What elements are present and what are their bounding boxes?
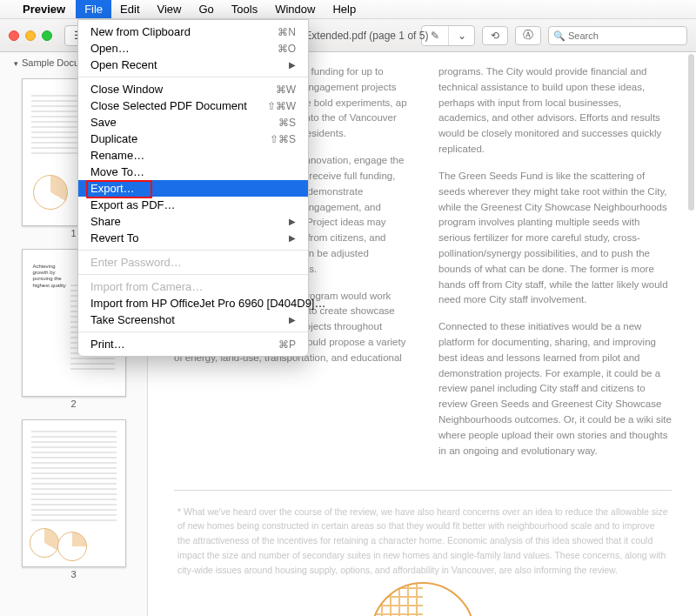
menu-item-new-from-clipboard[interactable]: New from Clipboard⌘N bbox=[78, 23, 308, 40]
menu-view[interactable]: View bbox=[149, 0, 191, 18]
menu-item-move-to[interactable]: Move To… bbox=[78, 164, 308, 180]
menu-item-label: Import from HP OfficeJet Pro 6960 [D404D… bbox=[90, 297, 325, 310]
menu-item-shortcut: ⇧⌘S bbox=[270, 133, 296, 145]
scrollbar-thumb[interactable] bbox=[688, 54, 694, 211]
search-icon: 🔍 bbox=[553, 30, 566, 41]
markup-menu-button[interactable]: ⌄ bbox=[448, 26, 474, 45]
menu-item-shortcut: ⌘O bbox=[278, 43, 296, 55]
menu-item-import-from-camera: Import from Camera… bbox=[78, 278, 308, 295]
menu-item-shortcut: ⌘W bbox=[276, 84, 296, 96]
menu-item-label: Open… bbox=[90, 42, 130, 55]
menu-item-label: Export… bbox=[90, 182, 135, 195]
menu-item-label: New from Clipboard bbox=[90, 25, 191, 38]
menu-item-print[interactable]: Print…⌘P bbox=[78, 336, 308, 352]
menu-item-take-screenshot[interactable]: Take Screenshot▶ bbox=[78, 311, 308, 328]
menu-item-label: Move To… bbox=[90, 165, 144, 178]
menu-item-open[interactable]: Open…⌘O bbox=[78, 40, 308, 57]
rotate-button[interactable]: ⟲ bbox=[482, 26, 508, 45]
menu-item-label: Duplicate bbox=[90, 132, 137, 145]
menu-item-label: Open Recent bbox=[90, 58, 157, 71]
menu-separator bbox=[78, 77, 308, 77]
thumb-title: Achieving growth by pursuing the highest… bbox=[33, 264, 70, 289]
pie-chart-icon bbox=[57, 532, 87, 561]
menu-separator bbox=[78, 331, 308, 332]
menu-item-label: Close Selected PDF Document bbox=[90, 99, 247, 112]
menu-item-rename[interactable]: Rename… bbox=[78, 147, 308, 164]
menu-item-shortcut: ⌘N bbox=[278, 26, 296, 38]
menu-item-export-as-pdf[interactable]: Export as PDF… bbox=[78, 197, 308, 213]
menu-go[interactable]: Go bbox=[190, 0, 222, 18]
menu-tools[interactable]: Tools bbox=[223, 0, 266, 18]
menu-item-import-from-hp-officejet-pro-6960-d404d9[interactable]: Import from HP OfficeJet Pro 6960 [D404D… bbox=[78, 295, 308, 311]
page-number-label: 2 bbox=[0, 398, 147, 409]
menu-item-shortcut: ⌘P bbox=[278, 338, 296, 351]
menu-item-enter-password: Enter Password… bbox=[78, 254, 308, 271]
pie-chart-icon bbox=[33, 175, 68, 210]
menu-item-label: Take Screenshot bbox=[90, 313, 175, 326]
menu-item-label: Save bbox=[90, 116, 117, 129]
close-window-button[interactable] bbox=[9, 30, 19, 41]
menu-bar: Preview File Edit View Go Tools Window H… bbox=[0, 0, 696, 19]
menu-item-label: Enter Password… bbox=[90, 256, 182, 269]
page-thumbnail-3[interactable] bbox=[22, 419, 126, 567]
menu-item-open-recent[interactable]: Open Recent▶ bbox=[78, 57, 308, 73]
submenu-arrow-icon: ▶ bbox=[289, 233, 296, 243]
menu-item-label: Revert To bbox=[90, 231, 138, 244]
annotate-button[interactable]: Ⓐ bbox=[515, 26, 541, 45]
minimize-window-button[interactable] bbox=[25, 30, 36, 41]
menu-item-save[interactable]: Save⌘S bbox=[78, 114, 308, 131]
menu-item-close-selected-pdf-document[interactable]: Close Selected PDF Document⇧⌘W bbox=[78, 97, 308, 114]
menu-item-share[interactable]: Share▶ bbox=[78, 213, 308, 230]
horizontal-rule bbox=[174, 490, 672, 491]
menu-item-export[interactable]: Export… bbox=[78, 180, 308, 197]
page-graphic: From Improvement to Innovation bbox=[174, 599, 672, 616]
pie-chart-icon bbox=[30, 528, 59, 558]
file-menu-dropdown: New from Clipboard⌘NOpen…⌘OOpen Recent▶C… bbox=[77, 19, 309, 357]
menu-item-close-window[interactable]: Close Window⌘W bbox=[78, 81, 308, 97]
submenu-arrow-icon: ▶ bbox=[289, 217, 296, 226]
menu-item-label: Close Window bbox=[90, 83, 163, 96]
menu-separator bbox=[78, 250, 308, 251]
zoom-window-button[interactable] bbox=[42, 30, 52, 41]
submenu-arrow-icon: ▶ bbox=[289, 315, 296, 325]
menu-item-shortcut: ⇧⌘W bbox=[267, 100, 296, 112]
submenu-arrow-icon: ▶ bbox=[289, 60, 296, 70]
menu-item-label: Rename… bbox=[90, 149, 144, 162]
menu-file[interactable]: File bbox=[76, 0, 111, 18]
menu-item-duplicate[interactable]: Duplicate⇧⌘S bbox=[78, 131, 308, 147]
menu-edit[interactable]: Edit bbox=[111, 0, 148, 18]
menu-item-label: Import from Camera… bbox=[90, 280, 203, 293]
menu-item-shortcut: ⌘S bbox=[278, 117, 296, 129]
window-controls bbox=[9, 30, 52, 41]
menu-item-label: Share bbox=[90, 215, 121, 228]
menu-window[interactable]: Window bbox=[266, 0, 324, 18]
menu-item-revert-to[interactable]: Revert To▶ bbox=[78, 230, 308, 246]
app-name[interactable]: Preview bbox=[23, 3, 65, 16]
menu-item-label: Print… bbox=[90, 338, 125, 351]
footnote-text: * What we've heard over the course of th… bbox=[174, 505, 672, 595]
menu-separator bbox=[78, 274, 308, 275]
text-column-right: programs. The City would provide financi… bbox=[438, 64, 672, 471]
menu-item-label: Export as PDF… bbox=[90, 198, 176, 211]
search-input[interactable] bbox=[548, 26, 687, 45]
menu-help[interactable]: Help bbox=[324, 0, 365, 18]
page-number-label: 3 bbox=[0, 569, 147, 579]
